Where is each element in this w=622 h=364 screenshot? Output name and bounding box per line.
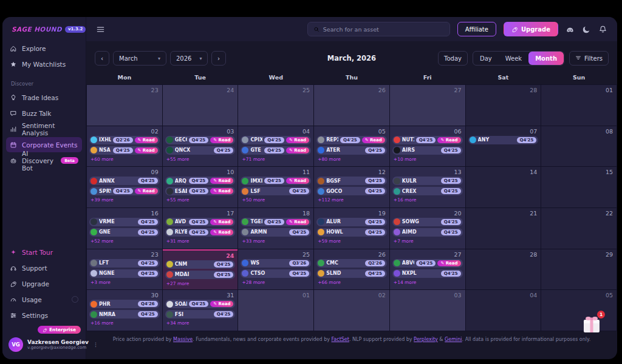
more-events-link[interactable]: +7 more: [392, 238, 463, 244]
event-pill-nmra[interactable]: NMRAQ4'25: [89, 310, 160, 318]
event-pill-nxpl[interactable]: NXPLQ4'25: [392, 269, 463, 278]
sidebar-item-trade-ideas[interactable]: Trade Ideas: [6, 90, 82, 105]
day-cell-06[interactable]: 06NUTXQ4'25✎ ReadAIRSQ4'25+10 more: [390, 126, 465, 167]
read-badge[interactable]: ✎ Read: [135, 147, 158, 153]
day-cell-14[interactable]: 14: [466, 167, 541, 207]
more-events-link[interactable]: +55 more: [165, 197, 236, 203]
event-pill-crex[interactable]: CREXQ4'25: [392, 187, 463, 195]
event-pill-bgsf[interactable]: BGSFQ4'25: [316, 177, 387, 185]
read-badge[interactable]: ✎ Read: [210, 301, 233, 307]
read-badge[interactable]: ✎ Read: [210, 137, 233, 143]
read-badge[interactable]: ✎ Read: [286, 219, 309, 225]
day-cell-24[interactable]: 24: [163, 85, 238, 126]
moon-icon[interactable]: [582, 25, 591, 34]
more-events-link[interactable]: +14 more: [392, 280, 463, 285]
day-cell-21[interactable]: 21: [466, 208, 541, 249]
day-cell-08[interactable]: 08: [541, 126, 617, 167]
day-cell-25[interactable]: 25: [238, 85, 313, 126]
today-button[interactable]: Today: [438, 51, 468, 66]
prev-month-button[interactable]: ‹: [95, 51, 109, 66]
view-button-month[interactable]: Month: [528, 52, 564, 65]
more-events-link[interactable]: +80 more: [316, 157, 387, 162]
event-pill-ws[interactable]: WSQ3'26: [241, 259, 311, 268]
event-pill-ngne[interactable]: NGNEQ4'25: [89, 269, 160, 278]
affiliate-button[interactable]: Affiliate: [457, 22, 496, 36]
more-events-link[interactable]: +34 more: [165, 320, 236, 326]
event-pill-goco[interactable]: GOCOQ4'25: [316, 187, 387, 195]
more-events-link[interactable]: +10 more: [392, 157, 463, 162]
more-events-link[interactable]: +31 more: [165, 238, 236, 244]
event-pill-gecc[interactable]: GECCQ4'25✎ Read: [165, 136, 236, 144]
more-events-link[interactable]: +112 more: [316, 197, 387, 203]
event-pill-abvc[interactable]: ABVCQ4'25✎ Read: [392, 259, 463, 268]
event-pill-esab[interactable]: ESABQ4'25✎ Read: [165, 187, 236, 195]
sidebar-item-my-watchlists[interactable]: My Watchlists: [6, 56, 82, 72]
day-cell-15[interactable]: 15: [541, 167, 617, 207]
event-pill-airs[interactable]: AIRSQ4'25: [392, 146, 463, 155]
day-cell-27[interactable]: 27ABVCQ4'25✎ ReadNXPLQ4'25+14 more: [390, 249, 465, 290]
day-cell-17[interactable]: 17AVDQ4'25✎ ReadRLYBQ4'25✎ Read+31 more: [163, 208, 238, 249]
read-badge[interactable]: ✎ Read: [437, 137, 460, 143]
event-pill-fsi[interactable]: FSIQ4'25: [165, 310, 236, 318]
event-pill-tgen[interactable]: TGENQ4'25✎ Read: [241, 218, 311, 226]
sidebar-item-explore[interactable]: Explore: [6, 41, 82, 56]
footer-link-massive[interactable]: Massive: [173, 337, 193, 342]
user-profile[interactable]: VG Vazkresen Georgiev v.georgiev@axioned…: [2, 335, 86, 359]
day-cell-24[interactable]: 24CNMQ4'25MDAIQ4'25+27 more: [163, 249, 238, 290]
day-cell-02[interactable]: 02IXHLQ2'26✎ ReadNSAQ4'25✎ Read+60 more: [87, 126, 162, 167]
more-events-link[interactable]: +3 more: [89, 280, 160, 285]
month-select[interactable]: March▾: [113, 51, 166, 66]
more-events-link[interactable]: +59 more: [316, 238, 387, 244]
day-cell-26[interactable]: 26CMCQ2'26SLNDQ4'25+66 more: [314, 249, 389, 290]
sidebar-item-settings[interactable]: Settings: [6, 308, 82, 323]
read-badge[interactable]: ✎ Read: [210, 178, 233, 184]
sidebar-item-usage[interactable]: Usage: [6, 292, 82, 307]
event-pill-mdai[interactable]: MDAIQ4'25: [165, 271, 236, 279]
event-pill-cnm[interactable]: CNMQ4'25: [165, 260, 236, 269]
event-pill-cmc[interactable]: CMCQ2'26: [316, 259, 387, 268]
day-cell-03[interactable]: 03: [390, 290, 465, 331]
bell-icon[interactable]: [598, 25, 607, 34]
event-pill-cpix[interactable]: CPIXQ4'25✎ Read: [241, 136, 311, 144]
event-pill-lsf[interactable]: LSFQ4'25: [241, 187, 311, 195]
footer-link-perplexity[interactable]: Perplexity: [414, 337, 438, 342]
more-events-link[interactable]: +52 more: [89, 238, 160, 244]
discord-icon[interactable]: [566, 25, 575, 34]
event-pill-arq[interactable]: ARQQ4'25✎ Read: [165, 177, 236, 185]
year-select[interactable]: 2026▾: [170, 51, 208, 66]
sidebar-item-start-tour[interactable]: Start Tour: [6, 244, 82, 260]
event-pill-gte[interactable]: GTEQ4'25✎ Read: [241, 146, 311, 155]
view-button-week[interactable]: Week: [499, 52, 528, 65]
day-cell-05[interactable]: 05REPXQ4'25✎ ReadATERQ4'25+80 more: [314, 126, 389, 167]
day-cell-07[interactable]: 07ANYQ4'25: [466, 126, 541, 167]
event-pill-howl[interactable]: HOWLQ4'25: [316, 228, 387, 237]
day-cell-03[interactable]: 03GECCQ4'25✎ ReadQNCXQ4'25+55 more: [163, 126, 238, 167]
read-badge[interactable]: ✎ Read: [437, 260, 460, 266]
filters-button[interactable]: Filters: [569, 51, 609, 66]
day-cell-11[interactable]: 11IMXIQ4'25✎ ReadLSFQ4'25+50 more: [238, 167, 313, 207]
sidebar-item-ai-discovery-bot[interactable]: AI Discovery BotBeta: [6, 153, 82, 168]
more-events-link[interactable]: +28 more: [241, 280, 311, 285]
more-events-link[interactable]: +16 more: [392, 197, 463, 203]
search-input[interactable]: [323, 26, 444, 33]
more-events-link[interactable]: +50 more: [241, 197, 311, 203]
event-pill-vrme[interactable]: VRMEQ4'25: [89, 218, 160, 226]
day-cell-23[interactable]: 23LFTQ4'25NGNEQ4'25+3 more: [87, 249, 162, 290]
read-badge[interactable]: ✎ Read: [210, 229, 233, 235]
day-cell-31[interactable]: 31SOARQ4'25✎ ReadFSIQ4'25+34 more: [163, 290, 238, 331]
footer-link-gemini[interactable]: Gemini: [445, 337, 462, 342]
day-cell-29[interactable]: 29: [541, 249, 617, 290]
day-cell-28[interactable]: 28: [466, 249, 541, 290]
read-badge[interactable]: ✎ Read: [286, 178, 309, 184]
event-pill-lft[interactable]: LFTQ4'25: [89, 259, 160, 268]
day-cell-18[interactable]: 18TGENQ4'25✎ ReadARMNQ4'25+33 more: [238, 208, 313, 249]
sidebar-item-support[interactable]: Support: [6, 260, 82, 275]
day-cell-01[interactable]: 01: [541, 85, 617, 126]
event-pill-spry[interactable]: SPRYQ4'25✎ Read: [89, 187, 160, 195]
event-pill-soar[interactable]: SOARQ4'25✎ Read: [165, 300, 236, 308]
read-badge[interactable]: ✎ Read: [135, 188, 158, 194]
day-cell-28[interactable]: 28: [466, 85, 541, 126]
event-pill-aimd[interactable]: AIMDQ4'25: [392, 228, 463, 237]
day-cell-12[interactable]: 12BGSFQ4'25GOCOQ4'25+112 more: [314, 167, 389, 207]
day-cell-23[interactable]: 23: [87, 85, 162, 126]
